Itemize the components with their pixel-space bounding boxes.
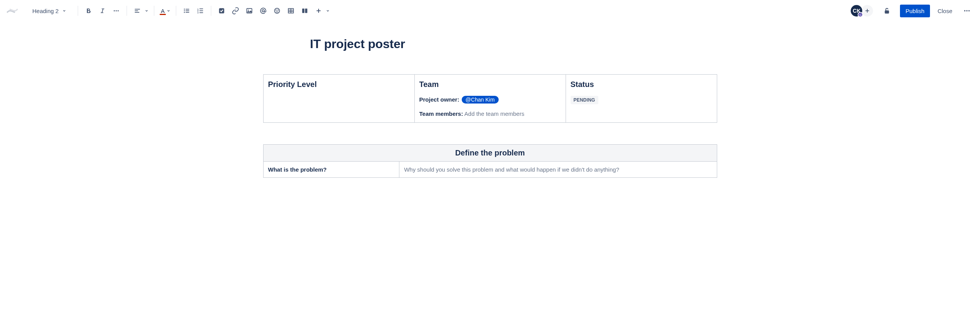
checkbox-icon — [218, 7, 225, 15]
svg-point-23 — [276, 10, 276, 10]
problem-table[interactable]: Define the problem What is the problem? … — [263, 144, 717, 178]
status-lozenge[interactable]: PENDING — [571, 96, 598, 104]
problem-placeholder-cell[interactable]: Why should you solve this problem and wh… — [399, 162, 717, 178]
svg-point-10 — [184, 12, 185, 13]
section-heading-cell[interactable]: Define the problem — [263, 145, 717, 162]
table-button[interactable] — [284, 4, 297, 17]
table-row: Priority Level Team Project owner: @Chan… — [263, 75, 717, 123]
numbered-list-icon: 123 — [197, 7, 204, 15]
svg-rect-9 — [186, 10, 189, 11]
status-cell[interactable]: Status PENDING — [566, 75, 717, 123]
svg-point-36 — [964, 10, 965, 11]
team-cell[interactable]: Team Project owner: @Chan Kim Team membe… — [414, 75, 566, 123]
emoji-button[interactable] — [270, 4, 284, 17]
avatar-presence-dot: C — [858, 12, 863, 17]
image-icon — [245, 7, 253, 15]
chevron-down-icon — [145, 9, 149, 13]
italic-icon — [99, 7, 106, 15]
table-row: Define the problem — [263, 145, 717, 162]
align-button[interactable] — [131, 4, 150, 17]
collaborator-avatar[interactable]: CK C — [850, 4, 863, 17]
text-color-button[interactable]: A — [158, 4, 172, 17]
more-horizontal-icon — [963, 7, 971, 15]
mention-button[interactable] — [257, 4, 270, 17]
bold-icon — [85, 7, 92, 15]
text-style-select[interactable]: Heading 2 — [28, 5, 74, 17]
action-item-button[interactable] — [215, 4, 228, 17]
image-button[interactable] — [243, 4, 256, 17]
svg-rect-17 — [200, 12, 203, 13]
toolbar-left-group: Heading 2 A — [6, 4, 331, 17]
team-members-label: Team members: — [419, 110, 463, 117]
link-icon — [232, 7, 239, 15]
close-button[interactable]: Close — [933, 5, 957, 17]
more-formatting-button[interactable] — [110, 4, 123, 17]
more-actions-button[interactable] — [960, 4, 974, 18]
svg-rect-29 — [302, 8, 304, 13]
svg-point-20 — [248, 10, 249, 10]
bullet-list-button[interactable] — [180, 4, 193, 17]
svg-point-8 — [184, 10, 185, 12]
svg-point-38 — [968, 10, 970, 11]
toolbar-divider — [78, 6, 78, 16]
cell-heading: Priority Level — [268, 80, 410, 89]
toolbar-divider — [154, 6, 154, 16]
restrictions-button[interactable] — [880, 4, 894, 18]
toolbar-divider — [127, 6, 127, 16]
text-style-label: Heading 2 — [32, 8, 58, 14]
cell-heading: Team — [419, 80, 561, 89]
cell-heading: Status — [571, 80, 712, 89]
svg-point-0 — [114, 10, 115, 12]
emoji-icon — [273, 7, 281, 15]
italic-button[interactable] — [96, 4, 109, 17]
project-info-table[interactable]: Priority Level Team Project owner: @Chan… — [263, 74, 717, 123]
link-button[interactable] — [229, 4, 242, 17]
svg-point-1 — [116, 10, 117, 12]
team-members-line: Team members: Add the team members — [419, 110, 561, 117]
editor-toolbar: Heading 2 A — [0, 0, 980, 22]
problem-label-cell[interactable]: What is the problem? — [263, 162, 399, 178]
svg-rect-30 — [305, 8, 307, 13]
project-owner-mention[interactable]: @Chan Kim — [462, 96, 499, 104]
toolbar-right-group: CK C Publish Close — [850, 4, 974, 18]
chevron-down-icon — [62, 9, 66, 13]
bold-button[interactable] — [82, 4, 95, 17]
toolbar-divider — [176, 6, 176, 16]
svg-point-21 — [262, 10, 264, 12]
bullet-list-icon — [183, 7, 190, 15]
mention-icon — [259, 7, 267, 15]
more-horizontal-icon — [112, 7, 120, 15]
insert-button[interactable] — [312, 4, 331, 17]
plus-icon — [864, 8, 870, 14]
svg-rect-13 — [200, 8, 203, 9]
publish-button[interactable]: Publish — [900, 5, 930, 17]
unlock-icon — [883, 7, 891, 15]
numbered-list-button[interactable]: 123 — [194, 4, 207, 17]
priority-cell[interactable]: Priority Level — [263, 75, 414, 123]
editor-content[interactable]: IT project poster Priority Level Team Pr… — [263, 22, 717, 178]
svg-text:3: 3 — [197, 12, 199, 14]
layouts-button[interactable] — [298, 4, 311, 17]
svg-rect-7 — [186, 9, 189, 10]
confluence-logo-icon — [6, 5, 18, 17]
svg-rect-15 — [200, 10, 203, 11]
text-color-icon: A — [160, 8, 166, 14]
table-icon — [287, 7, 295, 15]
plus-icon — [315, 7, 322, 14]
chevron-down-icon — [326, 9, 330, 13]
svg-rect-11 — [186, 12, 189, 13]
project-owner-line: Project owner: @Chan Kim — [419, 96, 561, 104]
svg-point-22 — [274, 8, 279, 13]
team-members-placeholder[interactable]: Add the team members — [464, 110, 524, 117]
toolbar-divider — [211, 6, 211, 16]
chevron-down-icon — [167, 9, 170, 13]
svg-point-6 — [184, 9, 185, 10]
svg-point-24 — [278, 10, 278, 10]
layouts-icon — [301, 7, 309, 15]
page-title[interactable]: IT project poster — [310, 37, 717, 51]
svg-point-37 — [966, 10, 967, 11]
project-owner-label: Project owner: — [419, 96, 459, 103]
collaborators-stack: CK C — [850, 4, 874, 17]
align-left-icon — [134, 7, 141, 15]
svg-point-2 — [118, 10, 119, 12]
